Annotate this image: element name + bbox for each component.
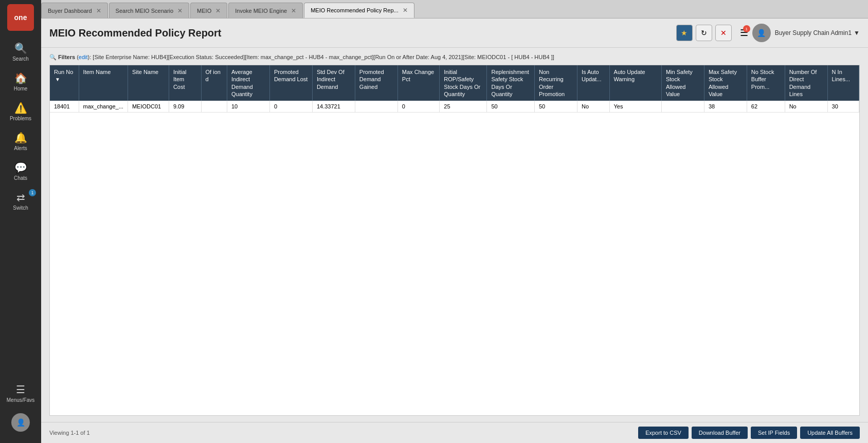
chats-icon: 💬	[14, 161, 27, 174]
cell-non-recurring-order-promotion: 50	[534, 101, 577, 113]
sidebar-bottom: ☰ Menus/Favs 👤	[5, 378, 37, 443]
col-header-initial-rop: Initial ROP/Safety Stock Days Or Quantit…	[440, 65, 487, 101]
page-header: MEIO Recommended Policy Report ★ ↻ ✕ ☰ 1…	[41, 19, 868, 48]
cell-auto-update-warning: Yes	[609, 101, 661, 113]
sidebar-item-chats[interactable]: 💬 Chats	[0, 156, 41, 186]
tab-meio[interactable]: MEIO ✕	[190, 3, 227, 18]
cell-is-auto-update: No	[577, 101, 609, 113]
tab-bar: Buyer Dashboard ✕ Search MEIO Scenario ✕…	[41, 0, 868, 19]
page-title: MEIO Recommended Policy Report	[49, 27, 676, 39]
cell-replenishment-safety-stock: 50	[487, 101, 535, 113]
col-header-initial-item-cost: Initial Item Cost	[169, 65, 201, 101]
export-csv-button[interactable]: Export to CSV	[638, 427, 689, 439]
filter-bar: 🔍 Filters (edit): [Site Enterprise Name:…	[49, 54, 860, 61]
dropdown-arrow-icon: ▼	[854, 29, 860, 36]
tab-invoke-meio[interactable]: Invoke MEIO Engine ✕	[228, 3, 303, 18]
close-tab-buyer-dashboard[interactable]: ✕	[96, 7, 101, 14]
update-all-buffers-button[interactable]: Update All Buffers	[800, 427, 860, 439]
table-body: 18401max_change_...MEIODC019.0910014.337…	[50, 101, 859, 113]
header-actions: ★ ↻ ✕	[676, 25, 732, 41]
switch-badge: 1	[29, 189, 36, 196]
cell-no-stock-buffer-prom: 62	[747, 101, 785, 113]
cell-initial-item-cost: 9.09	[169, 101, 201, 113]
alerts-icon: 🔔	[14, 132, 27, 144]
close-button[interactable]: ✕	[715, 25, 732, 41]
content-area: 🔍 Filters (edit): [Site Enterprise Name:…	[41, 48, 868, 422]
col-header-non-recurring-order: Non Recurring Order Promotion	[534, 65, 577, 101]
sidebar-item-alerts[interactable]: 🔔 Alerts	[0, 126, 41, 156]
switch-icon: ⇄	[16, 191, 25, 204]
sidebar-item-switch[interactable]: ⇄ Switch 1	[0, 186, 41, 216]
col-header-number-direct-demand: Number Of Direct Demand Lines	[785, 65, 827, 101]
cell-number-of-direct-demand-lines: No	[785, 101, 827, 113]
notifications-icon[interactable]: ☰ 1	[740, 27, 748, 39]
col-header-site-name: Site Name	[128, 65, 169, 101]
cell-item-name: max_change_...	[79, 101, 128, 113]
cell-max-safety-stock-allowed: 38	[704, 101, 747, 113]
search-icon-filter: 🔍	[49, 54, 58, 60]
cell-avg-indirect-demand-qty: 10	[227, 101, 269, 113]
set-ip-fields-button[interactable]: Set IP Fields	[751, 427, 797, 439]
col-header-std-dev-indirect: Std Dev Of Indirect Demand	[312, 65, 355, 101]
close-tab-search-meio[interactable]: ✕	[177, 7, 183, 14]
user-area: ☰ 1 👤 Buyer Supply Chain Admin1 ▼	[740, 24, 860, 42]
col-header-of-ion-d: Of ion d	[201, 65, 227, 101]
table-header-row: Run No ▼ Item Name Site Name Initial Ite…	[50, 65, 859, 101]
col-header-avg-indirect-demand: Average Indirect Demand Quantity	[227, 65, 269, 101]
sidebar-item-user-profile[interactable]: 👤	[5, 408, 37, 437]
user-avatar: 👤	[752, 24, 771, 42]
col-header-item-name: Item Name	[79, 65, 128, 101]
search-icon: 🔍	[14, 42, 27, 54]
col-header-promoted-demand-gained: Promoted Demand Gained	[355, 65, 397, 101]
sidebar-item-problems[interactable]: ⚠️ Problems	[0, 97, 41, 126]
main-content: Buyer Dashboard ✕ Search MEIO Scenario ✕…	[41, 0, 868, 443]
cell-run-no: 18401	[50, 101, 79, 113]
tab-search-meio[interactable]: Search MEIO Scenario ✕	[109, 3, 190, 18]
sidebar: one 🔍 Search 🏠 Home ⚠️ Problems 🔔 Alerts…	[0, 0, 41, 443]
footer: Viewing 1-1 of 1 Export to CSV Download …	[41, 422, 868, 443]
tab-buyer-dashboard[interactable]: Buyer Dashboard ✕	[41, 3, 108, 18]
table-row: 18401max_change_...MEIODC019.0910014.337…	[50, 101, 859, 113]
menus-icon: ☰	[16, 383, 25, 396]
cell-of-ion-d	[201, 101, 227, 113]
data-table: Run No ▼ Item Name Site Name Initial Ite…	[50, 65, 859, 113]
col-header-no-stock-buffer: No Stock Buffer Prom...	[747, 65, 785, 101]
cell-site-name: MEIODC01	[128, 101, 169, 113]
avatar: 👤	[11, 413, 30, 432]
col-header-min-safety-stock: Min Safety Stock Allowed Value	[661, 65, 704, 101]
home-icon: 🏠	[14, 72, 27, 84]
table-wrapper[interactable]: Run No ▼ Item Name Site Name Initial Ite…	[49, 65, 860, 416]
footer-actions: Export to CSV Download Buffer Set IP Fie…	[638, 427, 860, 439]
filter-edit-link[interactable]: edit	[79, 54, 88, 60]
star-button[interactable]: ★	[676, 25, 693, 41]
col-header-max-change-pct: Max Change Pct	[397, 65, 439, 101]
close-tab-meio[interactable]: ✕	[215, 7, 221, 14]
tab-meio-report[interactable]: MEIO Recommended Policy Rep... ✕	[304, 3, 414, 18]
download-buffer-button[interactable]: Download Buffer	[692, 427, 748, 439]
filter-text: [Site Enterprise Name: HUB4][Execution S…	[93, 54, 554, 60]
col-header-promoted-demand-lost: Promoted Demand Lost	[269, 65, 312, 101]
cell-min-safety-stock-allowed	[661, 101, 704, 113]
notification-badge: 1	[743, 25, 750, 32]
refresh-button[interactable]: ↻	[696, 25, 712, 41]
close-tab-invoke-meio[interactable]: ✕	[291, 7, 296, 14]
cell-promoted-demand-lost: 0	[269, 101, 312, 113]
close-tab-meio-report[interactable]: ✕	[403, 7, 408, 14]
sidebar-item-menus[interactable]: ☰ Menus/Favs	[5, 378, 37, 408]
cell-promoted-demand-gained	[355, 101, 397, 113]
col-header-is-auto-update: Is Auto Updat...	[577, 65, 609, 101]
cell-std-dev-indirect-demand: 14.33721	[312, 101, 355, 113]
viewing-text: Viewing 1-1 of 1	[49, 430, 90, 436]
col-header-n-in-lines: N In Lines...	[827, 65, 859, 101]
col-header-run-no: Run No ▼	[50, 65, 79, 101]
problems-icon: ⚠️	[14, 102, 27, 114]
sidebar-item-search[interactable]: 🔍 Search	[0, 37, 41, 67]
cell-max-change-pct: 0	[397, 101, 439, 113]
col-header-replenishment-safety-stock: Replenishment Safety Stock Days Or Quant…	[487, 65, 535, 101]
col-header-max-safety-stock: Max Safety Stock Allowed Value	[704, 65, 747, 101]
app-logo[interactable]: one	[7, 4, 34, 31]
cell-n-in-lines: 30	[827, 101, 859, 113]
user-name-dropdown[interactable]: Buyer Supply Chain Admin1 ▼	[775, 29, 860, 36]
sidebar-item-home[interactable]: 🏠 Home	[0, 67, 41, 97]
col-header-auto-update-warning: Auto Update Warning	[609, 65, 661, 101]
